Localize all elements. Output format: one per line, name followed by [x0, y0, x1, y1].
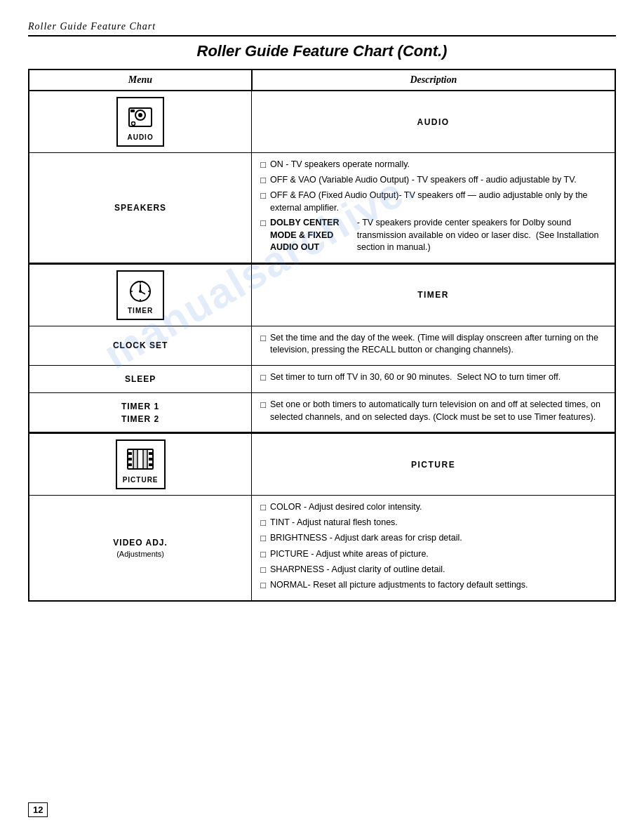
video-adj-sublabel: (Adjustments)	[38, 550, 243, 558]
audio-menu-cell: AUDIO	[29, 91, 252, 153]
speakers-menu-cell: SPEAKERS	[29, 153, 252, 264]
timer2-label: TIMER 2	[38, 414, 243, 424]
page-header: Roller Guide Feature Chart	[28, 21, 616, 37]
timer-icon-label: TIMER	[128, 307, 153, 315]
svg-rect-15	[133, 449, 137, 469]
video-adj-item-3: BRIGHTNESS - Adjust dark areas for crisp…	[260, 532, 606, 545]
clock-set-row: CLOCK SET Set the time and the day of th…	[29, 326, 615, 365]
video-adj-item-6: NORMAL- Reset all picture adjustments to…	[260, 579, 606, 592]
timer-desc-cell: TIMER	[252, 263, 615, 326]
picture-desc-cell: PICTURE	[252, 433, 615, 496]
audio-icon-label: AUDIO	[127, 133, 153, 141]
timer12-list: Set one or both timers to automatically …	[260, 399, 606, 423]
speakers-list: ON - TV speakers operate normally. OFF &…	[260, 159, 606, 254]
timer12-row: TIMER 1 TIMER 2 Set one or both timers t…	[29, 393, 615, 433]
video-adj-label: VIDEO ADJ.	[38, 538, 243, 548]
svg-rect-22	[128, 458, 132, 461]
picture-icon-box: PICTURE	[116, 439, 166, 489]
speakers-label: SPEAKERS	[38, 203, 243, 213]
svg-rect-21	[128, 452, 132, 455]
clock-set-item-1: Set the time and the day of the week. (T…	[260, 332, 606, 357]
picture-desc-title: PICTURE	[260, 460, 606, 470]
sleep-row: SLEEP Set timer to turn off TV in 30, 60…	[29, 365, 615, 392]
svg-point-3	[132, 122, 135, 126]
sleep-item-1: Set timer to turn off TV in 30, 60 or 90…	[260, 371, 606, 384]
video-adj-list: COLOR - Adjust desired color intensity. …	[260, 501, 606, 592]
audio-icon-box: AUDIO	[116, 97, 164, 147]
video-adj-row: VIDEO ADJ. (Adjustments) COLOR - Adjust …	[29, 496, 615, 602]
sleep-desc-cell: Set timer to turn off TV in 30, 60 or 90…	[252, 365, 615, 392]
audio-icon	[123, 102, 157, 131]
speakers-item-1: ON - TV speakers operate normally.	[260, 159, 606, 171]
timer-desc-title: TIMER	[260, 290, 606, 300]
picture-icon-row: PICTURE PICTURE	[29, 433, 615, 496]
speakers-row: SPEAKERS ON - TV speakers operate normal…	[29, 153, 615, 264]
clock-set-desc-cell: Set the time and the day of the week. (T…	[252, 326, 615, 365]
svg-rect-23	[128, 463, 132, 466]
timer-icon-row: TIMER TIMER	[29, 263, 615, 326]
picture-icon-label: PICTURE	[123, 476, 159, 484]
main-title: Roller Guide Feature Chart (Cont.)	[28, 42, 616, 60]
svg-rect-16	[143, 449, 147, 469]
col2-header: Description	[252, 70, 615, 91]
svg-point-2	[138, 113, 142, 117]
timer12-desc-cell: Set one or both timers to automatically …	[252, 393, 615, 433]
svg-rect-24	[149, 452, 152, 455]
col1-header: Menu	[29, 70, 252, 91]
video-adj-desc-cell: COLOR - Adjust desired color intensity. …	[252, 496, 615, 602]
clock-set-menu-cell: CLOCK SET	[29, 326, 252, 365]
timer1-label: TIMER 1	[38, 402, 243, 411]
timer-icon-box: TIMER	[116, 270, 164, 320]
video-adj-item-1: COLOR - Adjust desired color intensity.	[260, 501, 606, 514]
audio-desc-cell: AUDIO	[252, 91, 615, 153]
clock-set-list: Set the time and the day of the week. (T…	[260, 332, 606, 357]
video-adj-item-5: SHARPNESS - Adjust clarity of outline de…	[260, 564, 606, 576]
video-adj-item-2: TINT - Adjust natural flesh tones.	[260, 517, 606, 529]
timer12-menu-cell: TIMER 1 TIMER 2	[29, 393, 252, 433]
picture-menu-cell: PICTURE	[29, 433, 252, 496]
video-adj-item-4: PICTURE - Adjust white areas of picture.	[260, 548, 606, 561]
svg-rect-25	[149, 458, 152, 461]
audio-desc-title: AUDIO	[260, 117, 606, 127]
timer-icon	[123, 276, 157, 304]
sleep-label: SLEEP	[38, 374, 243, 384]
video-adj-menu-cell: VIDEO ADJ. (Adjustments)	[29, 496, 252, 602]
timer12-item-1: Set one or both timers to automatically …	[260, 399, 606, 423]
svg-rect-26	[149, 463, 152, 466]
small-title: Roller Guide Feature Chart	[28, 21, 156, 32]
speakers-desc-cell: ON - TV speakers operate normally. OFF &…	[252, 153, 615, 264]
speakers-item-2: OFF & VAO (Variable Audio Output) - TV s…	[260, 174, 606, 187]
page-number: 12	[28, 802, 48, 817]
feature-table: Menu Description AUDIO	[28, 69, 616, 602]
svg-rect-4	[130, 110, 135, 112]
speakers-item-3: OFF & FAO (Fixed Audio Output)- TV speak…	[260, 190, 606, 214]
picture-icon	[123, 445, 157, 473]
clock-set-label: CLOCK SET	[38, 340, 243, 350]
speakers-item-4: DOLBY CENTER MODE & FIXED AUDIO OUT - TV…	[260, 217, 606, 254]
sleep-list: Set timer to turn off TV in 30, 60 or 90…	[260, 371, 606, 384]
timer-menu-cell: TIMER	[29, 263, 252, 326]
sleep-menu-cell: SLEEP	[29, 365, 252, 392]
svg-line-8	[140, 291, 145, 294]
audio-icon-row: AUDIO AUDIO	[29, 91, 615, 153]
